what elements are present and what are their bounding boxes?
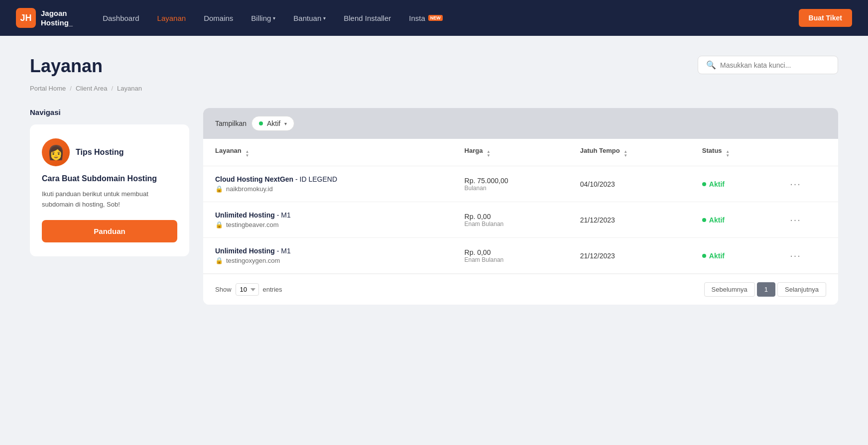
- sidebar: Navigasi 👩 Tips Hosting Cara Buat Subdom…: [30, 108, 189, 256]
- status-badge-3: Aktif: [702, 252, 766, 260]
- nav-billing[interactable]: Billing ▾: [251, 14, 275, 22]
- show-label: Show: [215, 286, 232, 293]
- tips-title: Cara Buat Subdomain Hosting: [42, 174, 177, 183]
- price-amount-1: Rp. 75.000,00: [465, 177, 556, 185]
- cell-price-2: Rp. 0,00 Enam Bulanan: [453, 202, 568, 238]
- price-period-3: Enam Bulanan: [465, 256, 556, 263]
- cell-service-2[interactable]: Unlimited Hosting - M1 🔒 testingbeaver.c…: [203, 202, 453, 238]
- toolbar-show-label: Tampilkan: [215, 119, 247, 127]
- service-domain-2: 🔒 testingbeaver.com: [215, 221, 441, 228]
- cell-service-3[interactable]: Unlimited Hosting - M1 🔒 testingoxygen.c…: [203, 238, 453, 274]
- logo-text: Jagoan Hosting_: [41, 8, 73, 28]
- panduan-button[interactable]: Panduan: [42, 220, 177, 242]
- status-dot-icon: [702, 218, 706, 222]
- tips-card: 👩 Tips Hosting Cara Buat Subdomain Hosti…: [30, 124, 189, 256]
- nav-bantuan[interactable]: Bantuan ▾: [293, 14, 326, 22]
- lock-icon: 🔒: [215, 185, 223, 193]
- table-header-row: Layanan ▲▼ Harga ▲▼ Jatuh Tempo ▲▼ Sta: [203, 139, 838, 166]
- entries-label: entries: [263, 286, 282, 293]
- sidebar-nav-label: Navigasi: [30, 108, 189, 116]
- breadcrumb-sep-2: /: [111, 85, 113, 92]
- table-row: Cloud Hosting NextGen - ID LEGEND 🔒 naik…: [203, 166, 838, 202]
- buat-tiket-button[interactable]: Buat Tiket: [799, 9, 852, 27]
- next-page-button[interactable]: Selanjutnya: [777, 282, 826, 297]
- service-variant-text-3: - M1: [277, 247, 291, 255]
- row-action-menu-1[interactable]: ···: [790, 178, 801, 189]
- cell-action-2: ···: [778, 202, 838, 238]
- cell-price-1: Rp. 75.000,00 Bulanan: [453, 166, 568, 202]
- pagination: Sebelumnya 1 Selanjutnya: [704, 282, 826, 297]
- services-table: Layanan ▲▼ Harga ▲▼ Jatuh Tempo ▲▼ Sta: [203, 139, 838, 274]
- show-entries: Show 10 25 50 entries: [215, 283, 282, 296]
- service-name-2: Unlimited Hosting: [215, 211, 275, 219]
- search-icon: 🔍: [706, 60, 716, 70]
- status-dot-icon: [259, 121, 263, 125]
- cell-status-1: Aktif: [690, 166, 778, 202]
- price-period-2: Enam Bulanan: [465, 221, 556, 227]
- service-name-3: Unlimited Hosting: [215, 247, 275, 255]
- nav-links: Dashboard Layanan Domains Billing ▾ Bant…: [103, 14, 798, 22]
- navbar: JH Jagoan Hosting_ Dashboard Layanan Dom…: [0, 0, 868, 36]
- bantuan-chevron-icon: ▾: [323, 15, 326, 21]
- cell-status-3: Aktif: [690, 238, 778, 274]
- status-filter-dropdown[interactable]: Aktif ▾: [251, 116, 294, 131]
- page-1-button[interactable]: 1: [757, 282, 775, 297]
- table-row: Unlimited Hosting - M1 🔒 testingoxygen.c…: [203, 238, 838, 274]
- sort-icon: ▲▼: [487, 150, 491, 158]
- service-domain-3: 🔒 testingoxygen.com: [215, 257, 441, 264]
- cell-action-1: ···: [778, 166, 838, 202]
- cell-status-2: Aktif: [690, 202, 778, 238]
- nav-domains[interactable]: Domains: [204, 14, 233, 22]
- price-amount-2: Rp. 0,00: [465, 213, 556, 221]
- filter-chevron-icon: ▾: [284, 121, 287, 126]
- cell-service-1[interactable]: Cloud Hosting NextGen - ID LEGEND 🔒 naik…: [203, 166, 453, 202]
- search-input[interactable]: [720, 61, 830, 69]
- logo[interactable]: JH Jagoan Hosting_: [16, 8, 73, 28]
- col-layanan[interactable]: Layanan ▲▼: [203, 139, 453, 166]
- entries-select[interactable]: 10 25 50: [236, 283, 259, 296]
- breadcrumb-client-area[interactable]: Client Area: [76, 85, 108, 92]
- cell-price-3: Rp. 0,00 Enam Bulanan: [453, 238, 568, 274]
- sort-icon: ▲▼: [623, 150, 627, 158]
- lock-icon: 🔒: [215, 221, 223, 228]
- cell-action-3: ···: [778, 238, 838, 274]
- cell-due-3: 21/12/2023: [568, 238, 690, 274]
- service-domain-1: 🔒 naikbromokuy.id: [215, 185, 441, 193]
- tips-desc: Ikuti panduan berikut untuk membuat subd…: [42, 189, 177, 210]
- table-row: Unlimited Hosting - M1 🔒 testingbeaver.c…: [203, 202, 838, 238]
- col-jatuh-tempo[interactable]: Jatuh Tempo ▲▼: [568, 139, 690, 166]
- row-action-menu-3[interactable]: ···: [790, 250, 801, 261]
- row-action-menu-2[interactable]: ···: [790, 214, 801, 225]
- table-footer: Show 10 25 50 entries Sebelumnya 1 Selan…: [203, 274, 838, 305]
- tips-label: Tips Hosting: [76, 148, 124, 157]
- status-dot-icon: [702, 182, 706, 186]
- lock-icon: 🔒: [215, 257, 223, 264]
- service-name-1: Cloud Hosting NextGen: [215, 175, 293, 183]
- page-header: Layanan 🔍: [30, 56, 838, 77]
- avatar: 👩: [42, 138, 70, 166]
- nav-dashboard[interactable]: Dashboard: [103, 14, 139, 22]
- col-harga[interactable]: Harga ▲▼: [453, 139, 568, 166]
- breadcrumb: Portal Home / Client Area / Layanan: [30, 85, 838, 92]
- col-actions: [778, 139, 838, 166]
- breadcrumb-portal-home[interactable]: Portal Home: [30, 85, 66, 92]
- status-dot-icon: [702, 254, 706, 258]
- nav-insta[interactable]: Insta NEW: [409, 14, 443, 22]
- billing-chevron-icon: ▾: [273, 15, 275, 21]
- breadcrumb-current: Layanan: [117, 85, 142, 92]
- sort-icon: ▲▼: [726, 150, 730, 158]
- status-badge-2: Aktif: [702, 216, 766, 224]
- layout: Navigasi 👩 Tips Hosting Cara Buat Subdom…: [30, 108, 838, 305]
- service-variant-text-2: - M1: [277, 211, 291, 219]
- logo-icon: JH: [16, 8, 36, 28]
- nav-blend-installer[interactable]: Blend Installer: [344, 14, 391, 22]
- prev-page-button[interactable]: Sebelumnya: [704, 282, 755, 297]
- breadcrumb-sep-1: /: [70, 85, 72, 92]
- cell-due-1: 04/10/2023: [568, 166, 690, 202]
- nav-layanan[interactable]: Layanan: [157, 14, 186, 22]
- service-variant-text-1: - ID LEGEND: [295, 175, 337, 183]
- col-status[interactable]: Status ▲▼: [690, 139, 778, 166]
- status-filter-text: Aktif: [267, 119, 280, 127]
- status-badge-1: Aktif: [702, 180, 766, 188]
- price-amount-3: Rp. 0,00: [465, 248, 556, 256]
